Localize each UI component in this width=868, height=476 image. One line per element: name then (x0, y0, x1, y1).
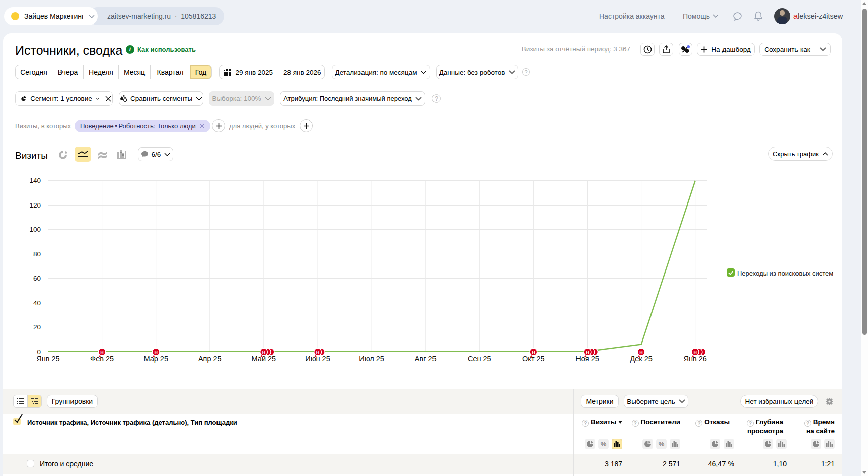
svg-text:Н: Н (532, 350, 535, 355)
svg-text:Н: Н (262, 350, 266, 355)
svg-text:Апр 25: Апр 25 (198, 355, 222, 363)
svg-text:Сен 25: Сен 25 (468, 355, 491, 363)
svg-text:60: 60 (33, 275, 41, 282)
svg-text:Авг 25: Авг 25 (415, 355, 437, 363)
svg-text:Н: Н (639, 350, 643, 355)
svg-text:Н: Н (100, 350, 104, 355)
svg-text:Н: Н (154, 350, 158, 355)
svg-text:140: 140 (29, 177, 41, 184)
svg-text:40: 40 (33, 299, 41, 307)
svg-text:Н: Н (586, 350, 589, 355)
svg-text:80: 80 (33, 250, 41, 258)
svg-text:100: 100 (29, 226, 41, 233)
svg-text:120: 120 (29, 201, 41, 209)
svg-text:Н: Н (693, 350, 697, 355)
svg-text:Янв 25: Янв 25 (36, 355, 59, 363)
svg-text:Июл 25: Июл 25 (359, 355, 384, 363)
svg-text:Н: Н (316, 350, 320, 355)
svg-text:20: 20 (33, 323, 41, 331)
